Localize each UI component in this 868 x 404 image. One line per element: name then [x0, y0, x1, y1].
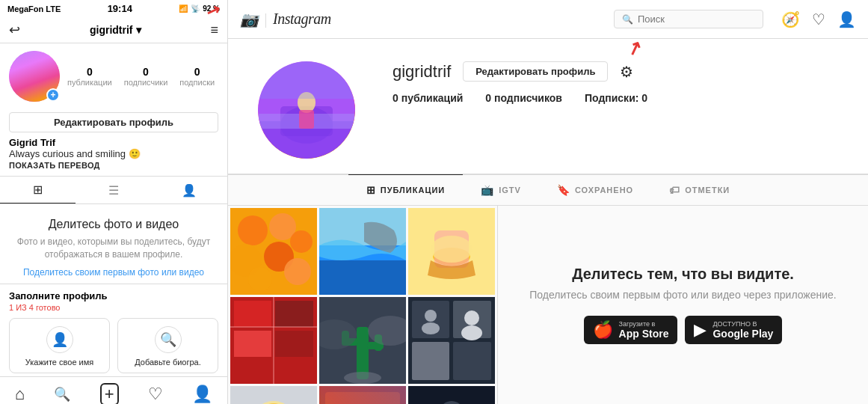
- followers-label: подписчики: [124, 78, 168, 87]
- bio-icon: 🔍: [155, 326, 182, 353]
- mobile-username: gigridtrif: [90, 24, 133, 36]
- mobile-username-row[interactable]: gigridtrif ▾: [90, 24, 141, 36]
- grid-photo-6[interactable]: [408, 297, 495, 384]
- desktop-header: 📷 | Instagram 🔍 🧭 ♡ 👤: [228, 0, 868, 39]
- fill-card-name-label: Укажите свое имя: [25, 358, 93, 367]
- menu-icon[interactable]: ≡ ↗: [210, 22, 218, 38]
- google-play-top: ДОСТУПНО В: [712, 320, 773, 328]
- nav-add[interactable]: +: [100, 383, 119, 404]
- show-translation-link[interactable]: ПОКАЗАТЬ ПЕРЕВОД: [9, 161, 218, 170]
- desktop-gear-button[interactable]: ⚙ ↙: [620, 63, 633, 81]
- bio-text: Always curious and smiling 🙂: [9, 148, 218, 159]
- svg-point-45: [422, 322, 440, 334]
- carrier-label: MegaFon LTE: [7, 4, 61, 13]
- logo-divider: |: [265, 10, 268, 28]
- tab-tagged[interactable]: 👤: [152, 177, 227, 203]
- chevron-down-icon: ▾: [136, 24, 141, 36]
- desktop-profile-info: gigridtrif Редактировать профиль ⚙ ↙ 0 п…: [393, 61, 838, 113]
- search-icon: 🔍: [622, 14, 633, 25]
- desktop-right-panel: Делитесь тем, что вы видите. Поделитесь …: [497, 206, 868, 404]
- desktop-edit-profile-button[interactable]: Редактировать профиль: [463, 61, 608, 82]
- grid-photo-5[interactable]: [319, 297, 406, 384]
- grid-photo-2[interactable]: [319, 208, 406, 295]
- mobile-tabs: ⊞ ☰ 👤: [0, 176, 227, 204]
- fill-card-bio[interactable]: 🔍 Добавьте биогра.: [117, 318, 218, 373]
- instagram-logo: 📷 | Instagram: [240, 10, 331, 28]
- desktop-header-icons: 🧭 ♡ 👤: [781, 10, 856, 28]
- svg-point-14: [284, 258, 311, 285]
- tab-publications[interactable]: ⊞ ПУБЛИКАЦИИ: [348, 174, 464, 205]
- mobile-header: ↩ gigridtrif ▾ ≡ ↗: [0, 17, 227, 43]
- nav-profile[interactable]: 👤: [192, 385, 212, 404]
- svg-rect-31: [357, 327, 369, 379]
- svg-point-46: [464, 310, 479, 325]
- desktop-followers-count: 0: [485, 92, 491, 104]
- tab-tagged[interactable]: 🏷 ОТМЕТКИ: [651, 174, 748, 205]
- google-play-badge[interactable]: ▶ ДОСТУПНО В Google Play: [685, 316, 782, 344]
- add-photo-button[interactable]: +: [46, 88, 60, 102]
- grid-photo-8[interactable]: [319, 386, 406, 404]
- avatar-image: [258, 61, 355, 159]
- grid-photo-3[interactable]: [408, 208, 495, 295]
- desktop-tabs: ⊞ ПУБЛИКАЦИИ 📺 IGTV 🔖 СОХРАНЕНО 🏷 ОТМЕТК…: [228, 174, 868, 206]
- app-store-badges: 🍎 Загрузите в App Store ▶ ДОСТУПНО В Goo…: [584, 316, 783, 344]
- svg-rect-59: [319, 386, 406, 404]
- tab-list[interactable]: ☰: [76, 177, 151, 203]
- signal-icon: 📶: [179, 4, 188, 13]
- grid-photo-4[interactable]: [230, 297, 317, 384]
- tab-saved-label: СОХРАНЕНО: [575, 186, 633, 195]
- compass-icon[interactable]: 🧭: [781, 10, 800, 28]
- back-icon[interactable]: ↩: [9, 22, 20, 38]
- play-icon: ▶: [694, 320, 707, 340]
- desktop-followers-stat: 0 подписчиков: [485, 92, 562, 104]
- desktop-panel: 📷 | Instagram 🔍 🧭 ♡ 👤: [228, 0, 868, 404]
- desktop-avatar[interactable]: [258, 61, 355, 159]
- fill-card-bio-label: Добавьте биогра.: [135, 358, 201, 367]
- mobile-panel: MegaFon LTE 19:14 📶 📡 92 % ↩ gigridtrif …: [0, 0, 228, 404]
- following-stat: 0 подписки: [179, 66, 215, 87]
- svg-point-15: [248, 267, 272, 291]
- nav-search[interactable]: 🔍: [54, 386, 70, 403]
- desktop-main: Делитесь тем, что вы видите. Поделитесь …: [228, 206, 868, 404]
- tag-icon: 🏷: [669, 184, 680, 196]
- desktop-following-label: Подписки:: [585, 92, 638, 104]
- share-big-title: Делитесь тем, что вы видите.: [572, 266, 794, 283]
- followers-count: 0: [143, 66, 149, 78]
- grid-icon: ⊞: [366, 184, 376, 196]
- fill-subtitle: 1 ИЗ 4 готово: [9, 303, 218, 312]
- following-count: 0: [194, 66, 200, 78]
- posts-stat: 0 публикации: [67, 66, 112, 87]
- search-box[interactable]: 🔍: [614, 10, 763, 28]
- svg-rect-43: [453, 342, 491, 380]
- app-store-text: Загрузите в App Store: [619, 320, 669, 340]
- heart-icon[interactable]: ♡: [812, 10, 825, 28]
- mobile-profile-section: + 0 публикации 0 подписчики 0 подписки: [0, 43, 227, 109]
- grid-photo-9[interactable]: [408, 386, 495, 404]
- desktop-following-count: 0: [641, 92, 647, 104]
- following-label: подписки: [179, 78, 215, 87]
- time-label: 19:14: [108, 3, 132, 14]
- app-store-top: Загрузите в: [619, 320, 669, 328]
- gear-icon: ⚙: [620, 64, 633, 80]
- grid-photo-1[interactable]: [230, 208, 317, 295]
- desktop-profile-section: gigridtrif Редактировать профиль ⚙ ↙ 0 п…: [228, 39, 868, 174]
- grid-photo-7[interactable]: [230, 386, 317, 404]
- svg-rect-7: [258, 61, 355, 99]
- tab-igtv[interactable]: 📺 IGTV: [463, 174, 539, 205]
- nav-home[interactable]: ⌂: [15, 385, 25, 404]
- apple-icon: 🍎: [593, 320, 613, 340]
- desktop-username-row: gigridtrif Редактировать профиль ⚙ ↙: [393, 61, 838, 82]
- search-input[interactable]: [638, 13, 755, 25]
- share-first-link[interactable]: Поделитесь своим первым фото или видео: [23, 267, 204, 278]
- tab-saved[interactable]: 🔖 СОХРАНЕНО: [539, 174, 651, 205]
- svg-rect-26: [234, 331, 271, 357]
- tab-grid[interactable]: ⊞: [0, 177, 76, 203]
- mobile-edit-profile-button[interactable]: Редактировать профиль: [9, 112, 218, 132]
- svg-point-13: [290, 230, 313, 253]
- profile-icon[interactable]: 👤: [837, 10, 856, 28]
- display-name: Gigrid Trif: [9, 137, 218, 148]
- nav-heart[interactable]: ♡: [148, 385, 163, 404]
- desktop-posts-label: публикаций: [401, 92, 464, 104]
- fill-card-name[interactable]: 👤 Укажите свое имя: [9, 318, 110, 373]
- app-store-badge[interactable]: 🍎 Загрузите в App Store: [584, 316, 678, 344]
